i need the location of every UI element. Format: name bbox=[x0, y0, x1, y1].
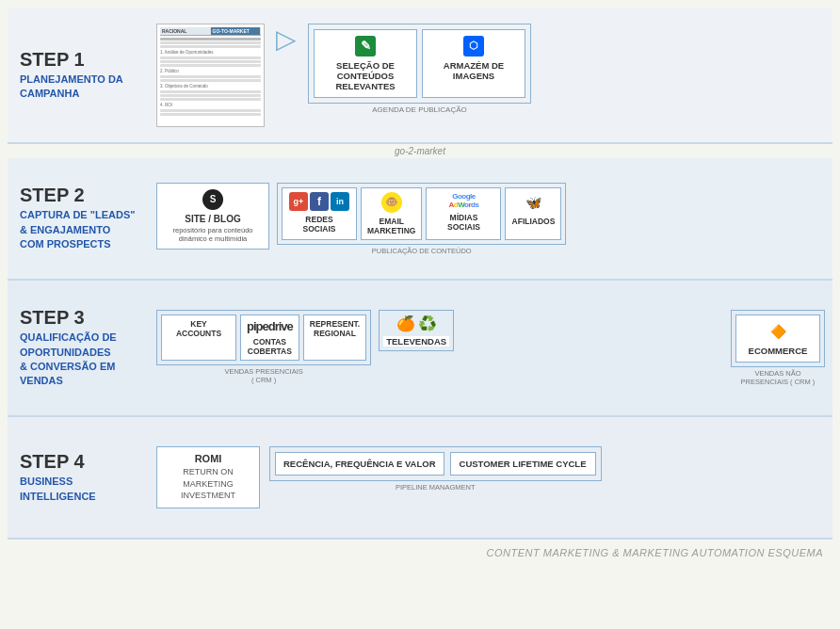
publication-boxes: g+ f in REDES SOCIAIS 🐵 EMAILMARKETING bbox=[277, 183, 566, 245]
step3-number: STEP 3 bbox=[20, 307, 152, 329]
dropbox-icon: ⬡ bbox=[463, 36, 484, 56]
contas-cobertas-label: CONTASCOBERTAS bbox=[247, 337, 293, 356]
agenda-label: AGENDA DE PUBLICAÇÃO bbox=[372, 105, 466, 114]
ecommerce-box: 🔶 ECOMMERCE bbox=[735, 314, 820, 363]
mailchimp-icon: 🐵 bbox=[381, 192, 402, 213]
step1-arrow: ▷ bbox=[270, 24, 302, 55]
facebook-icon: f bbox=[310, 192, 329, 211]
evernote-icon: ✎ bbox=[355, 36, 376, 56]
step1-title: PLANEJAMENTO DACAMPANHA bbox=[20, 73, 152, 102]
linkedin-icon: in bbox=[331, 192, 349, 211]
step1-label: STEP 1 PLANEJAMENTO DACAMPANHA bbox=[15, 44, 156, 106]
step3-title: QUALIFICAÇÃO DEOPORTUNIDADES& CONVERSÃO … bbox=[20, 331, 152, 389]
ecommerce-label: ECOMMERCE bbox=[744, 346, 812, 356]
step3-label: STEP 3 QUALIFICAÇÃO DEOPORTUNIDADES& CON… bbox=[15, 302, 156, 394]
crm-presencial-label: VENDAS PRESENCIAIS( CRM ) bbox=[224, 367, 302, 384]
key-accounts-label: KEY ACCOUNTS bbox=[168, 319, 230, 338]
email-marketing-box: 🐵 EMAILMARKETING bbox=[361, 187, 422, 240]
site-blog-label: SITE / BLOG bbox=[165, 214, 261, 224]
agenda-group: ✎ SELEÇÃO DE CONTEÚDOS RELEVANTES ⬡ ARMA… bbox=[308, 24, 531, 114]
represent-regional-label: REPRESENT.REGIONAL bbox=[310, 319, 360, 338]
televendas-label: TELEVENDAS bbox=[383, 336, 449, 347]
document-preview: RACIONAL GO-TO-MARKET 1. Análise de Opor… bbox=[156, 24, 265, 127]
pipedrive-icon: pipedrive bbox=[247, 319, 293, 333]
google-adwords-icon: GoogleAdWords bbox=[449, 192, 479, 209]
step4-row: STEP 4 BUSINESSINTELLIGENCE ROMI RETURN … bbox=[8, 417, 832, 540]
email-marketing-label: EMAILMARKETING bbox=[367, 217, 415, 235]
pipeline-group: RECÊNCIA, FREQUÊNCIA E VALOR CUSTOMER LI… bbox=[269, 446, 602, 492]
publication-group: g+ f in REDES SOCIAIS 🐵 EMAILMARKETING bbox=[277, 183, 566, 255]
contas-cobertas-box: pipedrive CONTASCOBERTAS bbox=[240, 314, 299, 361]
ecommerce-boxes: 🔶 ECOMMERCE bbox=[731, 310, 825, 367]
step2-content: S SITE / BLOG repositório para conteúdod… bbox=[156, 183, 825, 255]
affiliates-icon: 🦋 bbox=[523, 192, 543, 213]
clc-label: CUSTOMER LIFETIME CYCLE bbox=[459, 459, 588, 469]
step2-row: STEP 2 CAPTURA DE "LEADS"& ENGAJAMENTOCO… bbox=[8, 158, 832, 281]
squarespace-icon: S bbox=[202, 189, 223, 210]
midias-sociais-label: MÍDIAS SOCIAIS bbox=[432, 213, 494, 232]
step1-number: STEP 1 bbox=[20, 49, 152, 71]
afiliados-box: 🦋 AFILIADOS bbox=[505, 187, 561, 240]
step4-title: BUSINESSINTELLIGENCE bbox=[20, 475, 152, 504]
key-accounts-box: KEY ACCOUNTS bbox=[161, 314, 236, 361]
afiliados-label: AFILIADOS bbox=[511, 217, 555, 226]
selecao-box: ✎ SELEÇÃO DE CONTEÚDOS RELEVANTES bbox=[314, 29, 417, 98]
main-container: STEP 1 PLANEJAMENTO DACAMPANHA RACIONAL … bbox=[0, 0, 840, 570]
armazem-box: ⬡ ARMAZÉM DE IMAGENS bbox=[422, 29, 525, 98]
ecommerce-group: 🔶 ECOMMERCE VENDAS NÃOPRESENCIAIS ( CRM … bbox=[731, 310, 825, 386]
selecao-label: SELEÇÃO DE CONTEÚDOS RELEVANTES bbox=[322, 60, 409, 91]
step4-content: ROMI RETURN ONMARKETINGINVESTMENT RECÊNC… bbox=[156, 446, 825, 508]
recycle-icon: ♻️ bbox=[418, 314, 437, 332]
step1-row: STEP 1 PLANEJAMENTO DACAMPANHA RACIONAL … bbox=[8, 8, 832, 144]
step4-number: STEP 4 bbox=[20, 451, 152, 473]
site-blog-box: S SITE / BLOG repositório para conteúdod… bbox=[156, 183, 269, 250]
step1-content-row: RACIONAL GO-TO-MARKET 1. Análise de Opor… bbox=[156, 24, 825, 127]
clc-box: CUSTOMER LIFETIME CYCLE bbox=[450, 452, 596, 476]
pipeline-label: PIPELINE MANAGMENT bbox=[396, 483, 476, 492]
midias-sociais-box: GoogleAdWords MÍDIAS SOCIAIS bbox=[426, 187, 501, 240]
agenda-boxes: ✎ SELEÇÃO DE CONTEÚDOS RELEVANTES ⬡ ARMA… bbox=[308, 24, 531, 104]
go2market-label: go-2-market bbox=[8, 144, 832, 158]
magento-icon: 🔶 bbox=[767, 321, 788, 342]
crm-nao-presencial-label: VENDAS NÃOPRESENCIAIS ( CRM ) bbox=[741, 369, 816, 386]
redes-sociais-label: REDES SOCIAIS bbox=[288, 215, 350, 234]
publication-label: PUBLICAÇÃO DE CONTEÚDO bbox=[372, 247, 472, 255]
romi-box: ROMI RETURN ONMARKETINGINVESTMENT bbox=[156, 446, 260, 508]
step3-row: STEP 3 QUALIFICAÇÃO DEOPORTUNIDADES& CON… bbox=[8, 281, 832, 417]
step1-content: RACIONAL GO-TO-MARKET 1. Análise de Opor… bbox=[156, 24, 825, 127]
redes-sociais-box: g+ f in REDES SOCIAIS bbox=[282, 187, 357, 240]
rfv-label: RECÊNCIA, FREQUÊNCIA E VALOR bbox=[283, 459, 436, 469]
pac-icon: 🍊 bbox=[396, 314, 415, 332]
represent-regional-box: REPRESENT.REGIONAL bbox=[303, 314, 366, 361]
crm-presencial-boxes: KEY ACCOUNTS pipedrive CONTASCOBERTAS RE… bbox=[156, 310, 371, 365]
pipeline-boxes: RECÊNCIA, FREQUÊNCIA E VALOR CUSTOMER LI… bbox=[269, 446, 602, 481]
site-blog-subtitle: repositório para conteúdodinâmico e mult… bbox=[165, 226, 261, 243]
googleplus-icon: g+ bbox=[289, 192, 308, 211]
step2-title: CAPTURA DE "LEADS"& ENGAJAMENTOCOM PROSP… bbox=[20, 208, 152, 251]
step3-content-row: KEY ACCOUNTS pipedrive CONTASCOBERTAS RE… bbox=[156, 310, 825, 386]
step2-number: STEP 2 bbox=[20, 185, 152, 206]
crm-presencial-group: KEY ACCOUNTS pipedrive CONTASCOBERTAS RE… bbox=[156, 310, 371, 384]
step3-content: KEY ACCOUNTS pipedrive CONTASCOBERTAS RE… bbox=[156, 310, 825, 386]
footer: CONTENT MARKETING & MARKETING AUTOMATION… bbox=[8, 540, 832, 562]
televendas-box: TELEVENDAS bbox=[383, 336, 449, 347]
step2-label: STEP 2 CAPTURA DE "LEADS"& ENGAJAMENTOCO… bbox=[15, 180, 156, 256]
step4-label: STEP 4 BUSINESSINTELLIGENCE bbox=[15, 446, 156, 508]
rfv-box: RECÊNCIA, FREQUÊNCIA E VALOR bbox=[275, 452, 444, 476]
step2-content-row: S SITE / BLOG repositório para conteúdod… bbox=[156, 183, 825, 255]
romi-label: ROMI bbox=[165, 453, 251, 464]
televendas-group: 🍊 ♻️ TELEVENDAS bbox=[379, 310, 454, 351]
armazem-label: ARMAZÉM DE IMAGENS bbox=[430, 60, 517, 81]
romi-subtitle: RETURN ONMARKETINGINVESTMENT bbox=[165, 466, 251, 502]
step4-content-row: ROMI RETURN ONMARKETINGINVESTMENT RECÊNC… bbox=[156, 446, 825, 508]
